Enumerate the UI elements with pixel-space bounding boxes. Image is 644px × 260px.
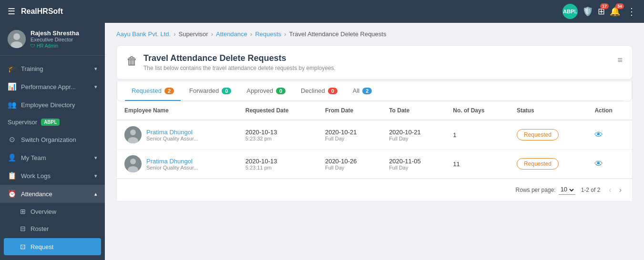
tab-forwarded[interactable]: Forwarded 0: [183, 81, 238, 101]
sidebar-user: Rajesh Shrestha Executive Director 🛡HR A…: [0, 23, 105, 56]
emp-avatar: [124, 155, 142, 172]
delete-icon: 🗑: [126, 54, 138, 68]
next-page-button[interactable]: ›: [616, 185, 624, 195]
emp-avatar: [124, 126, 142, 143]
table-header-row: Employee Name Requested Date From Date T…: [117, 101, 632, 120]
sidebar-sub-item-request[interactable]: ⊡ Request: [4, 238, 101, 255]
sidebar-nav: 🎓 Training ▾ 📊 Performance Appr... ▾ 👥 E…: [0, 56, 105, 260]
sidebar-item-label: Training: [21, 65, 43, 72]
breadcrumb-current: Travel Attendance Delete Requests: [289, 30, 386, 38]
requests-table: Employee Name Requested Date From Date T…: [117, 101, 632, 179]
topbar-right: ABPL 🛡️ ⊞ 17 🔔 34 ⋮: [562, 4, 636, 19]
col-status: Status: [509, 101, 587, 120]
filter-icon[interactable]: ≡: [617, 55, 623, 65]
sidebar-sub-label: Overview: [31, 208, 56, 215]
tab-badge-forwarded: 0: [222, 88, 231, 94]
sidebar-item-label: Performance Appr...: [21, 83, 76, 90]
sidebar-item-employee-directory[interactable]: 👥 Employee Directory: [0, 96, 105, 114]
cell-requested-date: 2020-10-13 5:23:11 pm: [238, 150, 317, 179]
topbar: ☰ RealHRSoft ABPL 🛡️ ⊞ 17 🔔 34 ⋮: [0, 0, 644, 23]
table-wrapper: Employee Name Requested Date From Date T…: [117, 101, 632, 179]
breadcrumb-org[interactable]: Aayu Bank Pvt. Ltd.: [116, 30, 171, 38]
tab-all[interactable]: All 2: [346, 81, 379, 101]
sidebar-item-supervisor[interactable]: Supervisor ABPL: [0, 114, 105, 130]
col-from-date: From Date: [317, 101, 381, 120]
shield-icon[interactable]: 🛡️: [583, 6, 593, 17]
sidebar-sub-item-roster[interactable]: ⊟ Roster: [0, 220, 105, 237]
org-badge[interactable]: ABPL: [562, 4, 578, 19]
hamburger-menu[interactable]: ☰: [8, 6, 15, 17]
user-name: Rajesh Shrestha: [31, 30, 79, 37]
cell-action[interactable]: 👁: [587, 120, 632, 150]
more-options-icon[interactable]: ⋮: [627, 6, 636, 17]
work-logs-icon: 📋: [8, 171, 16, 180]
employee-name[interactable]: Pratima Dhungol: [146, 158, 198, 165]
bell-icon[interactable]: 🔔 34: [610, 6, 620, 17]
request-icon: ⊡: [20, 243, 26, 250]
status-badge: Requested: [517, 158, 559, 170]
svg-point-4: [130, 130, 136, 135]
rows-per-page-select[interactable]: 10 20 50: [559, 185, 575, 195]
cell-from-date: 2020-10-21 Full Day: [317, 120, 381, 150]
col-action: Action: [587, 101, 632, 120]
prev-page-button[interactable]: ‹: [606, 185, 614, 195]
app-logo: RealHRSoft: [21, 7, 63, 16]
view-action-icon[interactable]: 👁: [594, 130, 603, 140]
sidebar-sub-label: Roster: [31, 225, 49, 232]
rows-per-page-label: Rows per page:: [516, 187, 556, 193]
sidebar-item-switch-org[interactable]: ⊙ Switch Organization: [0, 130, 105, 149]
breadcrumb-sep-1: ›: [174, 30, 175, 38]
tab-approved[interactable]: Approved 0: [240, 81, 292, 101]
tab-label: Declined: [301, 87, 325, 94]
page-info: 1-2 of 2: [581, 187, 601, 193]
tab-badge-declined: 0: [328, 88, 337, 94]
status-badge: Requested: [517, 129, 559, 140]
cell-action[interactable]: 👁: [587, 150, 632, 179]
employee-role: Senior Quality Assur...: [146, 136, 198, 141]
tabs: Requested 2 Forwarded 0 Approved 0 Decli…: [125, 81, 624, 101]
sidebar-sub-label: Request: [31, 243, 53, 250]
rows-per-page: Rows per page: 10 20 50: [516, 185, 575, 195]
content-area: Aayu Bank Pvt. Ltd. › Supervisor › Atten…: [105, 23, 644, 209]
switch-org-icon: ⊙: [8, 135, 16, 144]
tab-requested[interactable]: Requested 2: [125, 81, 181, 101]
breadcrumb-attendance[interactable]: Attendance: [216, 30, 247, 38]
sidebar-item-attendance[interactable]: ⏰ Attendance ▴: [0, 185, 105, 203]
employee-cell: Pratima Dhungol Senior Quality Assur...: [124, 155, 230, 172]
employee-name[interactable]: Pratima Dhungol: [146, 129, 198, 136]
supervisor-badge: ABPL: [41, 119, 60, 126]
bell-notif-badge: 34: [615, 3, 624, 9]
cell-employee: Pratima Dhungol Senior Quality Assur...: [117, 150, 238, 179]
supervisor-label: Supervisor: [8, 119, 37, 126]
main-content: Aayu Bank Pvt. Ltd. › Supervisor › Atten…: [105, 0, 644, 260]
page-title: Travel Attendance Delete Requests: [143, 53, 336, 63]
cell-no-of-days: 11: [445, 150, 509, 179]
performance-icon: 📊: [8, 82, 16, 91]
switch-org-label: Switch Organization: [21, 136, 76, 143]
sidebar-sub-item-overview[interactable]: ⊞ Overview: [0, 203, 105, 220]
col-employee-name: Employee Name: [117, 101, 238, 120]
view-action-icon[interactable]: 👁: [594, 159, 603, 169]
page-header: 🗑 Travel Attendance Delete Requests The …: [116, 45, 633, 80]
grid-icon[interactable]: ⊞ 17: [598, 6, 605, 17]
tab-label: All: [353, 87, 359, 94]
page-nav: ‹ ›: [606, 185, 624, 195]
sidebar-item-performance[interactable]: 📊 Performance Appr... ▾: [0, 78, 105, 96]
breadcrumb: Aayu Bank Pvt. Ltd. › Supervisor › Atten…: [116, 30, 633, 38]
work-logs-label: Work Logs: [21, 172, 51, 180]
employee-cell: Pratima Dhungol Senior Quality Assur...: [124, 126, 230, 143]
col-no-of-days: No. of Days: [445, 101, 509, 120]
topbar-left: ☰ RealHRSoft: [8, 6, 63, 17]
my-team-label: My Team: [21, 154, 46, 161]
overview-icon: ⊞: [20, 208, 26, 215]
breadcrumb-sep-4: ›: [284, 30, 286, 38]
user-info: Rajesh Shrestha Executive Director 🛡HR A…: [31, 30, 79, 49]
employee-role: Senior Quality Assur...: [146, 165, 198, 170]
training-icon: 🎓: [8, 64, 16, 73]
cell-to-date: 2020-10-21 Full Day: [381, 120, 445, 150]
breadcrumb-requests[interactable]: Requests: [255, 30, 281, 38]
sidebar-item-my-team[interactable]: 👤 My Team ▾: [0, 149, 105, 167]
sidebar-item-work-logs[interactable]: 📋 Work Logs ▾: [0, 167, 105, 185]
sidebar-item-training[interactable]: 🎓 Training ▾: [0, 60, 105, 78]
tab-declined[interactable]: Declined 0: [294, 81, 344, 101]
